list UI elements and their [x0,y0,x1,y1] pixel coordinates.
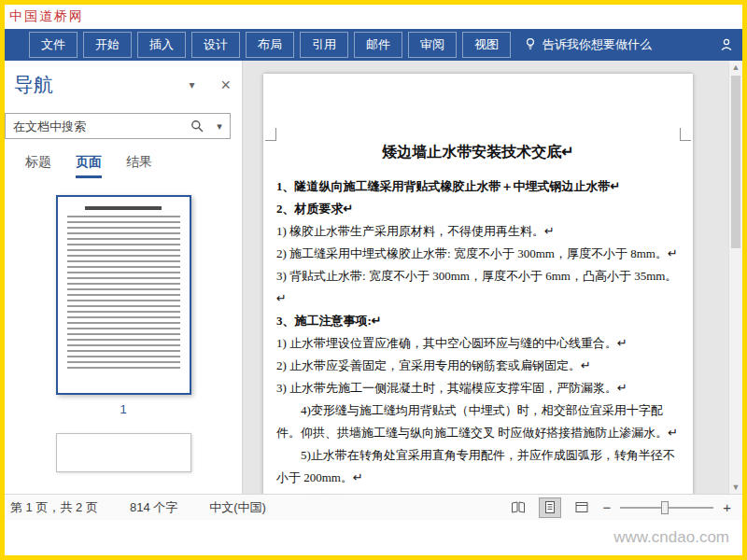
scrollbar-down-arrow[interactable]: ▼ [729,481,742,494]
vertical-scrollbar[interactable]: ▲ ▼ [728,61,742,494]
nav-tab-1[interactable]: 页面 [76,154,102,178]
doc-paragraph-9: 4)变形缝与施工缝均用背贴式（中埋式）时，相交部位宜采用十字配件。仰拱、拱墙施工… [276,399,680,444]
doc-paragraph-3: 2) 施工缝采用中埋式橡胶止水带: 宽度不小于 300mm，厚度不小于 8mm。… [276,243,680,265]
share-icon[interactable] [719,37,735,52]
ribbon-tab-1[interactable]: 开始 [83,32,132,58]
doc-paragraph-0: 1、隧道纵向施工缝采用背贴式橡胶止水带＋中埋式钢边止水带↵ [276,175,680,198]
tell-me-box[interactable]: 告诉我你想要做什么 [524,36,652,53]
lightbulb-icon [524,37,537,53]
page-number-label: 1 [120,402,126,416]
page-thumbnail-1[interactable] [56,195,191,395]
doc-paragraph-7: 2) 止水带应妥善固定，宜采用专用的钢筋套或扁钢固定。↵ [276,355,680,377]
nav-tab-0[interactable]: 标题 [25,154,51,178]
navigation-pane: 导航 ▾ × ▾ 标题页面结果 1 [5,61,243,494]
navigation-header: 导航 ▾ × [5,61,242,104]
ribbon-tab-0[interactable]: 文件 [29,32,78,58]
search-icon[interactable] [185,119,209,133]
zoom-slider-thumb[interactable] [661,501,669,514]
doc-paragraph-10: 5)止水带在转角处宜采用直角专用配件，并应作成圆弧形，转角半径不小于 200mm… [276,444,680,489]
zoom-slider[interactable] [620,507,713,509]
app-window: 中国道桥网 文件开始插入设计布局引用邮件审阅视图 告诉我你想要做什么 导航 ▾ … [0,0,747,560]
doc-paragraph-6: 1) 止水带埋设位置应准确，其中空心圆环应与缝的中心线重合。↵ [276,332,680,355]
page-thumbnails: 1 [5,178,242,494]
document-search-box[interactable]: ▾ [5,113,231,139]
text-boundary-mark-left [265,128,276,141]
scrollbar-thumb[interactable] [731,76,740,248]
chevron-down-icon[interactable]: ▾ [189,78,194,91]
web-layout-button[interactable] [571,497,593,518]
site-url-watermark: www.cndao.com [613,528,729,547]
bottom-banner: www.cndao.com [5,520,742,555]
ribbon-tab-7[interactable]: 审阅 [408,32,457,58]
navigation-pane-title: 导航 [14,72,53,98]
main-area: 导航 ▾ × ▾ 标题页面结果 1 [5,61,742,494]
ribbon-tab-3[interactable]: 设计 [191,32,240,58]
nav-tabs: 标题页面结果 [5,139,242,178]
doc-paragraph-8: 3) 止水带先施工一侧混凝土时，其端模应支撑牢固，严防漏浆。↵ [276,377,680,399]
top-banner: 中国道桥网 [5,5,742,29]
document-title: 矮边墙止水带安装技术交底↵ [263,74,693,162]
doc-paragraph-2: 1) 橡胶止水带生产采用原材料，不得使用再生料。↵ [276,220,680,243]
ribbon-tab-6[interactable]: 邮件 [354,32,402,58]
word-count[interactable]: 814 个字 [130,499,177,516]
thumbnail-title-line [85,206,162,210]
document-area: 矮边墙止水带安装技术交底↵ 1、隧道纵向施工缝采用背贴式橡胶止水带＋中埋式钢边止… [243,61,742,494]
search-dropdown-icon[interactable]: ▾ [209,120,230,133]
print-layout-button[interactable] [539,497,561,518]
tell-me-label: 告诉我你想要做什么 [543,36,652,53]
nav-tab-2[interactable]: 结果 [126,154,152,178]
doc-paragraph-11: 4、搭接注意事项 [276,489,680,494]
doc-paragraph-4: 3) 背贴式止水带: 宽度不小于 300mm，厚度不小于 6mm，凸高小于 35… [276,265,680,310]
ribbon-tabs: 文件开始插入设计布局引用邮件审阅视图 [29,32,511,58]
thumbnail-text-lines [67,216,180,372]
status-bar: 第 1 页，共 2 页 814 个字 中文(中国) − + [5,494,742,520]
search-input[interactable] [6,119,185,133]
ribbon-tab-5[interactable]: 引用 [300,32,348,58]
document-paragraphs: 1、隧道纵向施工缝采用背贴式橡胶止水带＋中埋式钢边止水带↵2、材质要求↵1) 橡… [263,162,693,494]
ribbon-tab-4[interactable]: 布局 [246,32,294,58]
page-indicator[interactable]: 第 1 页，共 2 页 [10,499,98,516]
zoom-in-button[interactable]: + [723,499,731,515]
ribbon-tab-8[interactable]: 视图 [462,32,511,58]
ribbon-tab-2[interactable]: 插入 [137,32,186,58]
read-mode-button[interactable] [507,497,529,518]
site-watermark: 中国道桥网 [9,8,84,25]
language-indicator[interactable]: 中文(中国) [209,499,266,516]
ribbon-bar: 文件开始插入设计布局引用邮件审阅视图 告诉我你想要做什么 [5,29,742,61]
page-thumbnail-2[interactable] [56,433,191,472]
doc-paragraph-1: 2、材质要求↵ [276,198,680,220]
scrollbar-up-arrow[interactable]: ▲ [729,61,742,74]
close-icon[interactable]: × [220,77,231,93]
status-bar-right: − + [507,497,735,518]
text-boundary-mark-right [680,128,691,141]
document-page[interactable]: 矮边墙止水带安装技术交底↵ 1、隧道纵向施工缝采用背贴式橡胶止水带＋中埋式钢边止… [263,74,693,494]
doc-paragraph-5: 3、施工注意事项:↵ [276,310,680,332]
zoom-out-button[interactable]: − [602,499,611,515]
